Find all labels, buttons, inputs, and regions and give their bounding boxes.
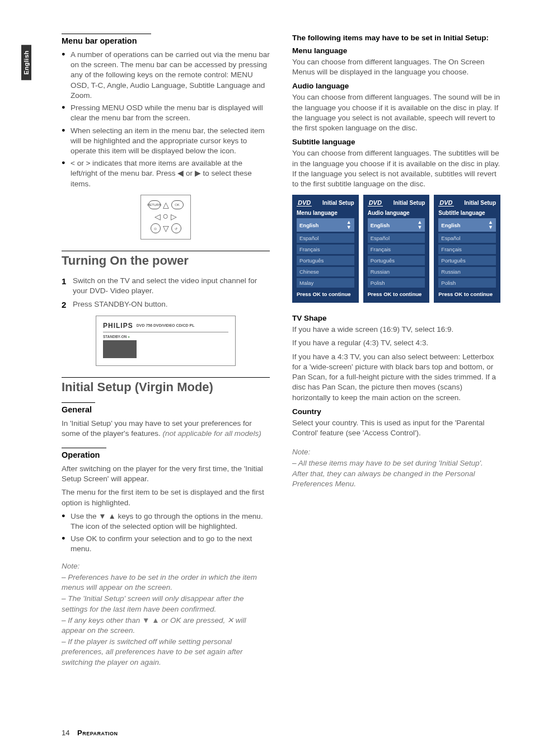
bullet-item: A number of operations can be carried ou… bbox=[62, 50, 270, 101]
note-item: – The 'Initial Setup' screen will only d… bbox=[62, 594, 270, 614]
osd-item: Português bbox=[438, 256, 496, 265]
right-arrow-icon: ▷ bbox=[171, 212, 177, 221]
osd-figures: DVDInitial Setup Menu language English▲▼… bbox=[292, 195, 500, 303]
osd-audio-language: DVDInitial Setup Audio language English▲… bbox=[363, 195, 430, 303]
aux-button-icon: ⊙ bbox=[151, 223, 161, 233]
left-column: Menu bar operation A number of operation… bbox=[62, 34, 270, 679]
general-note: (not applicable for all models) bbox=[162, 429, 261, 438]
return-button-icon: RETURN bbox=[148, 200, 161, 209]
tvshape-para: If you have a 4:3 TV, you can also selec… bbox=[292, 352, 500, 403]
country-para: Select your country. This is used as inp… bbox=[292, 418, 500, 438]
aux-button-icon: ↺ bbox=[171, 223, 181, 233]
osd-item: Polish bbox=[368, 278, 425, 288]
bullet-item: Use the ▼ ▲ keys to go through the optio… bbox=[62, 511, 270, 532]
osd-item: Português bbox=[368, 256, 425, 265]
dvd-logo-icon: DVD bbox=[438, 199, 453, 206]
bullet-item: Use OK to confirm your selection and to … bbox=[62, 534, 270, 554]
osd-menu-language: DVDInitial Setup Menu language English▲▼… bbox=[292, 195, 359, 303]
step-item: 1Switch on the TV and select the video i… bbox=[62, 276, 270, 296]
osd-subtitle: Subtitle language bbox=[438, 210, 496, 216]
tvshape-para: If you have a regular (4:3) TV, select 4… bbox=[292, 338, 500, 348]
updown-arrow-icon: ▲▼ bbox=[488, 220, 493, 230]
standby-label: STANDBY-ON ● bbox=[103, 335, 137, 339]
osd-item: Français bbox=[297, 245, 354, 254]
bullet-item: Pressing MENU OSD while the menu bar is … bbox=[62, 103, 270, 123]
section-name: Preparation bbox=[77, 729, 118, 737]
menu-language-para: You can choose from different languages.… bbox=[292, 57, 500, 77]
subtitle-language-para: You can choose from different languages.… bbox=[292, 148, 500, 189]
up-arrow-icon: △ bbox=[163, 200, 169, 209]
dvd-logo-icon: DVD bbox=[368, 199, 383, 206]
page-number: 14 bbox=[62, 729, 69, 737]
osd-item: Español bbox=[368, 233, 425, 243]
note-item: – Preferences have to be set in the orde… bbox=[62, 572, 270, 593]
heading-tvshape: TV Shape bbox=[292, 314, 500, 322]
power-steps: 1Switch on the TV and select the video i… bbox=[62, 276, 270, 310]
heading-operation: Operation bbox=[62, 450, 270, 459]
dvd-logo-icon: DVD bbox=[297, 199, 312, 206]
heading-country: Country bbox=[292, 407, 500, 416]
note-item: – If the player is switched off while se… bbox=[62, 637, 270, 668]
display-icon bbox=[103, 340, 137, 358]
heading-subtitle-language: Subtitle language bbox=[292, 138, 500, 146]
down-arrow-icon: ▽ bbox=[163, 224, 169, 233]
intro-heading: The following items may have to be set i… bbox=[292, 34, 500, 42]
osd-item-selected: English▲▼ bbox=[438, 218, 496, 232]
left-arrow-icon: ◁ bbox=[154, 212, 161, 221]
updown-arrow-icon: ▲▼ bbox=[346, 220, 352, 230]
remote-figure: RETURN △ OK ◁ ○ ▷ ⊙ ▽ ↺ bbox=[140, 195, 191, 240]
center-circle-icon: ○ bbox=[163, 210, 169, 222]
osd-item: Français bbox=[438, 245, 496, 254]
osd-item: Português bbox=[297, 256, 354, 265]
osd-item: Polish bbox=[438, 278, 496, 288]
osd-item: Español bbox=[438, 233, 496, 243]
osd-item: Russian bbox=[368, 267, 425, 276]
osd-item: Malay bbox=[297, 278, 354, 288]
osd-subtitle: Menu language bbox=[297, 210, 354, 216]
step-text: Press STANDBY-ON button. bbox=[73, 300, 168, 308]
osd-subtitle-language: DVDInitial Setup Subtitle language Engli… bbox=[434, 195, 500, 303]
note-text: – All these items may have to be set dur… bbox=[292, 458, 500, 489]
updown-arrow-icon: ▲▼ bbox=[417, 220, 422, 230]
bullet-item: < or > indicates that more items are ava… bbox=[62, 158, 270, 189]
osd-item-selected: English▲▼ bbox=[297, 218, 354, 232]
osd-title: Initial Setup bbox=[315, 200, 354, 206]
osd-item: Chinese bbox=[297, 267, 354, 276]
heading-menubar: Menu bar operation bbox=[62, 36, 270, 45]
menubar-bullets: A number of operations can be carried ou… bbox=[62, 50, 270, 189]
osd-footer: Press OK to continue bbox=[438, 291, 496, 297]
step-text: Switch on the TV and select the video in… bbox=[73, 276, 257, 295]
ok-button-icon: OK bbox=[171, 200, 184, 209]
operation-para: The menu for the first item to be set is… bbox=[62, 487, 270, 508]
step-item: 2Press STANDBY-ON button. bbox=[62, 299, 270, 309]
bullet-item: When selecting an item in the menu bar, … bbox=[62, 126, 270, 157]
tvshape-para: If you have a wide screen (16:9) TV, sel… bbox=[292, 325, 500, 335]
osd-footer: Press OK to continue bbox=[368, 291, 425, 297]
operation-bullets: Use the ▼ ▲ keys to go through the optio… bbox=[62, 511, 270, 555]
osd-item: Español bbox=[297, 233, 354, 243]
osd-subtitle: Audio language bbox=[368, 210, 425, 216]
osd-title: Initial Setup bbox=[457, 200, 496, 206]
osd-footer: Press OK to continue bbox=[297, 291, 354, 297]
note-label: Note: bbox=[62, 561, 270, 571]
model-text: DVD 756 DVD/VIDEO CD/CD PL bbox=[137, 323, 195, 327]
osd-title: Initial Setup bbox=[386, 200, 425, 206]
right-column: The following items may have to be set i… bbox=[292, 34, 500, 679]
heading-audio-language: Audio language bbox=[292, 82, 500, 90]
heading-setup: Initial Setup (Virgin Mode) bbox=[62, 380, 270, 395]
audio-language-para: You can choose from different languages.… bbox=[292, 92, 500, 133]
osd-item-selected: English▲▼ bbox=[368, 218, 425, 232]
operation-para: After switching on the player for the ve… bbox=[62, 464, 270, 484]
osd-item: Français bbox=[368, 245, 425, 254]
general-text: In 'Initial Setup' you may have to set y… bbox=[62, 419, 270, 439]
heading-menu-language: Menu language bbox=[292, 46, 500, 55]
page-footer: 14 Preparation bbox=[62, 729, 118, 737]
language-tab: English bbox=[21, 45, 31, 80]
note-item: – If any keys other than ▼ ▲ or OK are p… bbox=[62, 616, 270, 636]
osd-item: Russian bbox=[438, 267, 496, 276]
heading-power: Turning On the power bbox=[62, 253, 270, 268]
player-figure: PHILIPS DVD 756 DVD/VIDEO CD/CD PL STAND… bbox=[96, 316, 236, 366]
note-label: Note: bbox=[292, 447, 500, 457]
heading-general: General bbox=[62, 405, 270, 414]
brand-logo: PHILIPS bbox=[103, 322, 133, 330]
